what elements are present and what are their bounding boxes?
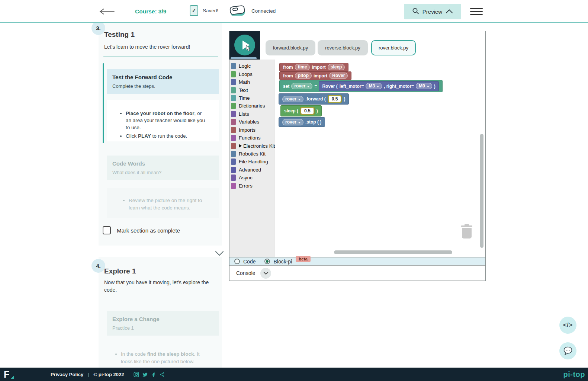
category-color-swatch — [231, 103, 236, 109]
code-mode-radio[interactable]: Code — [234, 259, 256, 265]
search-icon — [412, 7, 419, 16]
toolbox-category-time[interactable]: Time — [230, 94, 274, 102]
category-color-swatch — [231, 111, 236, 117]
section-title: Test the Forward Code — [112, 74, 213, 80]
category-color-swatch — [231, 95, 236, 101]
console-expand-button[interactable] — [260, 268, 271, 279]
connected-label: Connected — [251, 8, 276, 14]
mark-complete-row[interactable]: Mark section as complete — [103, 226, 180, 234]
toolbox-category-variables[interactable]: Variables — [230, 118, 274, 126]
step4-title: Explore 1 — [104, 267, 136, 275]
block-import-rover[interactable]: from pitop import Rover — [279, 71, 351, 80]
console-bar: Console — [229, 266, 485, 281]
explore-hint-box: In the code find the sleep block. It loo… — [116, 350, 208, 365]
category-color-swatch — [231, 167, 236, 173]
block-rover-stop[interactable]: rover .stop ( ) — [279, 117, 325, 127]
tab-reverse-block-py[interactable]: reverse.block.py — [318, 40, 368, 55]
chat-fab-icon — [563, 346, 573, 356]
category-color-swatch — [231, 63, 236, 69]
field-name[interactable]: Rover — [329, 73, 348, 79]
mark-complete-checkbox[interactable] — [103, 226, 111, 234]
toolbox-category-loops[interactable]: Loops — [230, 70, 274, 78]
field-module[interactable]: time — [295, 64, 310, 70]
saved-status: ✓ Saved! — [190, 5, 218, 16]
step3-title: Testing 1 — [104, 31, 135, 39]
variable-dropdown[interactable]: rover — [291, 83, 312, 89]
toolbox-category-errors[interactable]: Errors — [230, 182, 274, 190]
step3-card: Testing 1 Let's learn to move the rover … — [99, 23, 222, 246]
chat-fab[interactable] — [559, 342, 576, 359]
toolbox-category-logic[interactable]: Logic — [230, 62, 274, 70]
copyright-label: © pi-top 2022 — [94, 372, 124, 377]
blockpi-mode-radio[interactable]: Block-pi — [264, 259, 292, 265]
toolbox-category-math[interactable]: Math — [230, 78, 274, 86]
variable-dropdown[interactable]: rover — [282, 119, 303, 125]
number-shadow-block[interactable]: 0.5 — [328, 95, 342, 103]
further-logo[interactable]: F — [4, 369, 13, 380]
block-editor-panel: forward.block.py reverse.block.py rover.… — [229, 31, 486, 281]
workspace-vertical-scrollbar[interactable] — [480, 134, 483, 248]
left-motor-dropdown[interactable]: M3 — [366, 83, 382, 89]
beta-badge: beta — [296, 256, 311, 262]
back-arrow-icon[interactable] — [99, 8, 115, 16]
hamburger-menu-icon[interactable] — [470, 8, 483, 15]
twitter-icon[interactable] — [142, 372, 148, 377]
section-code-words[interactable]: Code Words What does it all mean? — [107, 156, 219, 180]
toolbox-category-file-handling[interactable]: File Handling — [230, 158, 274, 166]
block-rover-constructor[interactable]: Rover ( left_motor= M3 , right_motor= M0… — [319, 81, 438, 91]
block-sleep-call[interactable]: sleep ( 0.5 ) — [280, 105, 322, 116]
explore-bullet: In the code find the sleep block. It loo… — [121, 350, 208, 365]
editor-mode-bar: Code Block-pi beta — [229, 257, 485, 266]
toolbox-category-advanced[interactable]: Advanced — [230, 166, 274, 174]
facebook-icon[interactable] — [151, 372, 156, 377]
trash-icon[interactable] — [461, 224, 473, 238]
category-color-swatch — [231, 151, 236, 157]
preview-button[interactable]: Preview — [404, 4, 461, 19]
toolbox-category-text[interactable]: Text — [230, 86, 274, 94]
section-subtitle: Practice 1 — [112, 325, 213, 331]
divider — [103, 299, 218, 299]
connected-device-icon — [229, 4, 246, 17]
step3-subtitle: Let's learn to move the rover forward! — [104, 44, 216, 51]
right-motor-dropdown[interactable]: M0 — [416, 83, 432, 89]
field-name[interactable]: sleep — [328, 64, 345, 70]
block-set-rover[interactable]: set rover = Rover ( left_motor= M3 , rig… — [279, 80, 443, 92]
play-button[interactable] — [234, 35, 255, 55]
top-bar: Course: 3/9 ✓ Saved! Connected Preview — [0, 0, 588, 23]
toolbox-category-lists[interactable]: Lists — [230, 110, 274, 118]
field-module[interactable]: pitop — [295, 73, 312, 79]
toolbox-category-dictionaries[interactable]: Dictionaries — [230, 102, 274, 110]
toolbox-category-electronics-kit[interactable]: Electronics Kit — [230, 142, 274, 150]
connected-status: Connected — [229, 4, 276, 17]
workspace-horizontal-scrollbar[interactable] — [334, 250, 452, 254]
share-icon[interactable] — [159, 372, 165, 377]
block-rover-forward[interactable]: rover .forward ( 0.5 ) — [279, 93, 349, 105]
section-subtitle: Complete the steps. — [112, 83, 213, 89]
variable-dropdown[interactable]: rover — [282, 96, 303, 102]
toolbox-scrollbar[interactable] — [231, 57, 257, 59]
toolbox-category-imports[interactable]: Imports — [230, 126, 274, 134]
section-title: Explore a Change — [112, 316, 213, 322]
footer-separator: | — [88, 372, 89, 377]
radio-unselected-icon[interactable] — [234, 259, 240, 264]
section-explore-a-change[interactable]: Explore a Change Practice 1 — [107, 311, 219, 336]
tab-forward-block-py[interactable]: forward.block.py — [266, 40, 315, 55]
run-area — [229, 31, 260, 60]
instruction-steps-box: Place your robot on the floor, or an are… — [107, 100, 219, 141]
toolbox-category-async[interactable]: Async — [230, 174, 274, 182]
console-chevron-icon — [263, 272, 269, 275]
course-progress-label: Course: 3/9 — [135, 8, 166, 15]
number-shadow-block[interactable]: 0.5 — [300, 107, 315, 115]
section-title: Code Words — [112, 160, 213, 167]
preview-label: Preview — [422, 9, 442, 15]
radio-selected-icon[interactable] — [264, 259, 270, 264]
toolbox-category-functions[interactable]: Functions — [230, 134, 274, 142]
code-view-fab[interactable]: </> — [559, 317, 576, 334]
block-import-sleep[interactable]: from time import sleep — [279, 63, 348, 71]
toolbox-category-robotics-kit[interactable]: Robotics Kit — [230, 150, 274, 158]
section-test-forward-code[interactable]: Test the Forward Code Complete the steps… — [107, 69, 219, 94]
active-section-indicator — [103, 63, 104, 143]
tab-rover-block-py[interactable]: rover.block.py — [371, 40, 416, 55]
privacy-policy-link[interactable]: Privacy Policy — [51, 372, 83, 377]
instagram-icon[interactable] — [134, 372, 139, 377]
